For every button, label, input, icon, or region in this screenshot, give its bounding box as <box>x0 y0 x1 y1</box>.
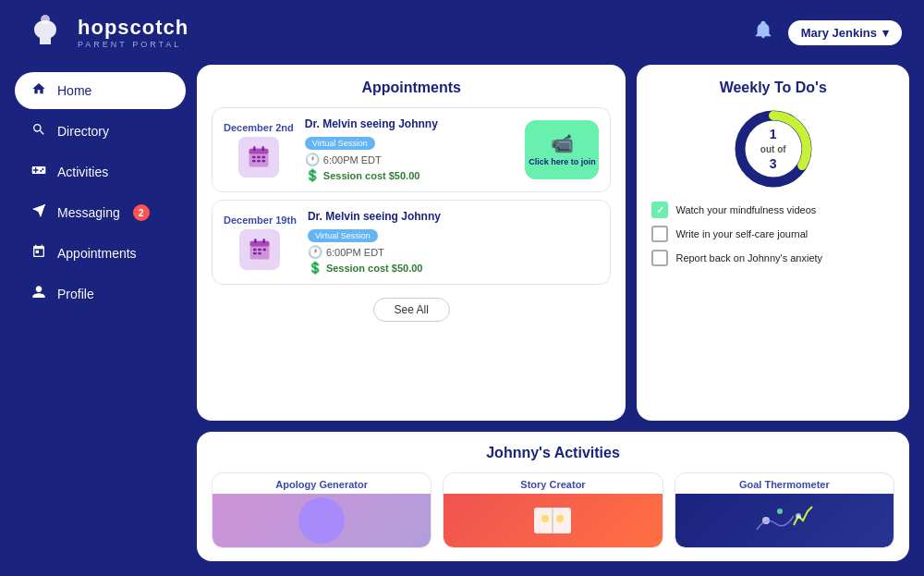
goal-decoration <box>748 497 821 544</box>
svg-point-30 <box>796 513 801 519</box>
svg-rect-11 <box>261 160 265 162</box>
svg-point-29 <box>777 509 783 514</box>
search-icon <box>30 122 48 141</box>
sidebar-item-appointments[interactable]: Appointments <box>15 235 186 272</box>
appt-details-1: Dr. Melvin seeing Johnny Virtual Session… <box>305 117 515 182</box>
svg-marker-1 <box>32 204 44 216</box>
svg-point-27 <box>556 515 564 522</box>
top-row: Appointments December 2nd <box>197 65 909 421</box>
appt-date-area-2: December 19th <box>224 214 297 270</box>
activities-card: Johnny's Activities Apology Generator St… <box>197 432 909 561</box>
appt-time-1: 🕐 6:00PM EDT <box>305 153 515 166</box>
svg-rect-19 <box>253 252 257 254</box>
join-button-label: Click here to join <box>529 157 596 167</box>
checkmark-icon: ✓ <box>656 204 664 216</box>
svg-rect-7 <box>257 156 261 158</box>
svg-rect-3 <box>249 149 268 154</box>
appt-cost-2: 💲 Session cost $50.00 <box>308 261 600 275</box>
sidebar-item-appointments-label: Appointments <box>57 246 137 261</box>
main-layout: Home Directory Activities Messaging 2 <box>0 65 924 576</box>
activity-story-thumb <box>444 494 662 547</box>
svg-rect-6 <box>252 156 256 158</box>
activities-grid: Apology Generator Story Creator <box>212 472 894 548</box>
user-menu-button[interactable]: Mary Jenkins ▾ <box>788 20 902 45</box>
calendar-icon-2 <box>239 229 280 270</box>
see-all-button[interactable]: See All <box>373 298 450 322</box>
svg-point-0 <box>41 15 50 24</box>
sidebar-item-home-label: Home <box>57 83 91 98</box>
svg-rect-9 <box>252 160 256 162</box>
appt-name-1: Dr. Melvin seeing Johnny <box>305 117 515 130</box>
messaging-badge: 2 <box>133 204 150 221</box>
header: hopscotch Parent Portal Mary Jenkins ▾ <box>0 0 924 65</box>
activity-goal-thumb <box>675 494 894 547</box>
sidebar-item-directory[interactable]: Directory <box>15 113 186 150</box>
activity-goal-title: Goal Thermometer <box>675 473 894 494</box>
weekly-todos-card: Weekly To Do's 1 out of 3 <box>637 65 909 421</box>
appt-time-2: 🕐 6:00PM EDT <box>308 245 600 259</box>
appt-tag-2: Virtual Session <box>308 229 378 242</box>
messaging-icon <box>30 203 48 222</box>
appointments-card: Appointments December 2nd <box>197 65 626 421</box>
logo-icon <box>22 15 68 50</box>
notifications-button[interactable] <box>753 19 773 45</box>
appt-details-2: Dr. Melvin seeing Johnny Virtual Session… <box>308 210 600 275</box>
bell-icon <box>753 19 773 40</box>
app-subtitle: Parent Portal <box>78 40 181 49</box>
book-icon <box>532 504 573 537</box>
svg-rect-16 <box>253 249 257 251</box>
camera-icon: 📹 <box>551 132 574 154</box>
sidebar-item-profile-label: Profile <box>57 287 94 301</box>
clock-icon-1: 🕐 <box>305 153 320 166</box>
clock-icon-2: 🕐 <box>308 245 322 259</box>
appointment-item-2: December 19th <box>212 200 611 285</box>
content-area: Appointments December 2nd <box>197 65 909 561</box>
activity-apology[interactable]: Apology Generator <box>212 472 432 548</box>
dollar-icon-1: 💲 <box>305 168 320 182</box>
appt-tag-1: Virtual Session <box>305 137 375 150</box>
appointment-item-1: December 2nd <box>212 107 611 192</box>
activity-apology-thumb <box>213 494 431 547</box>
svg-rect-10 <box>257 160 261 162</box>
appointments-icon <box>30 244 48 263</box>
donut-container: 1 out of 3 <box>651 107 894 190</box>
activities-title: Johnny's Activities <box>212 445 894 461</box>
todo-item-1: ✓ Watch your mindfulness videos <box>651 202 894 218</box>
todo-item-3: Report back on Johnny's anxiety <box>651 250 894 266</box>
weekly-todos-title: Weekly To Do's <box>651 80 894 96</box>
svg-point-26 <box>541 515 549 522</box>
profile-icon <box>30 285 48 303</box>
donut-chart: 1 out of 3 <box>732 107 815 190</box>
checkbox-3[interactable] <box>651 250 668 266</box>
checkbox-1[interactable]: ✓ <box>651 202 668 218</box>
checkbox-2[interactable] <box>651 226 668 242</box>
sidebar-item-profile[interactable]: Profile <box>15 276 186 313</box>
donut-label: 1 out of 3 <box>760 126 786 173</box>
sidebar-item-messaging-label: Messaging <box>57 205 120 220</box>
todo-text-2: Write in your self-care journal <box>675 228 808 239</box>
sidebar-item-activities-label: Activities <box>57 165 108 179</box>
todo-text-1: Watch your mindfulness videos <box>675 204 816 215</box>
sidebar-item-directory-label: Directory <box>57 124 109 139</box>
activity-goal[interactable]: Goal Thermometer <box>675 472 894 548</box>
activity-apology-title: Apology Generator <box>213 473 431 494</box>
logo-area: hopscotch Parent Portal <box>22 15 188 50</box>
svg-rect-17 <box>259 249 262 251</box>
sidebar-item-home[interactable]: Home <box>15 72 186 109</box>
appt-date-2: December 19th <box>224 214 297 226</box>
appt-date-area-1: December 2nd <box>224 122 294 178</box>
activities-icon <box>30 163 48 181</box>
appt-cost-1: 💲 Session cost $50.00 <box>305 168 515 182</box>
join-session-button[interactable]: 📹 Click here to join <box>525 120 599 179</box>
activity-story-title: Story Creator <box>444 473 662 494</box>
sidebar-item-messaging[interactable]: Messaging 2 <box>15 194 186 231</box>
app-name: hopscotch <box>78 16 188 40</box>
apology-decoration <box>298 497 345 544</box>
activity-story[interactable]: Story Creator <box>443 472 663 548</box>
svg-rect-20 <box>259 252 262 254</box>
todo-text-3: Report back on Johnny's anxiety <box>675 252 822 263</box>
todo-item-2: Write in your self-care journal <box>651 226 894 242</box>
appt-date-1: December 2nd <box>224 122 294 133</box>
svg-rect-8 <box>261 156 265 158</box>
sidebar-item-activities[interactable]: Activities <box>15 153 186 190</box>
